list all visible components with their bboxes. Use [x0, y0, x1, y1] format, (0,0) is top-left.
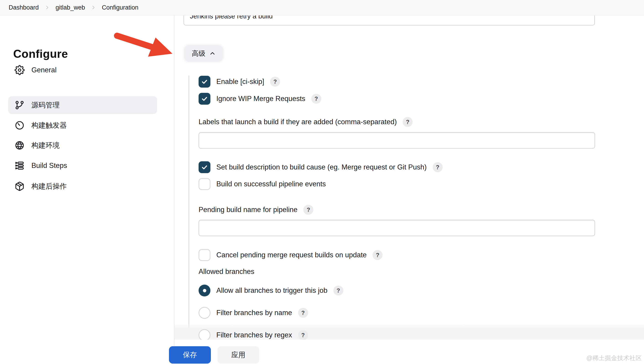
breadcrumb-bar: Dashboard gitlab_web Configuration [0, 0, 644, 16]
chevron-up-icon [209, 50, 215, 56]
sidebar-item-label: 构建触发器 [32, 120, 67, 130]
labels-field-label-row: Labels that launch a build if they are a… [199, 116, 413, 128]
help-icon[interactable]: ? [373, 250, 383, 260]
filter-branches-by-name-radio[interactable] [199, 307, 210, 319]
filter-branches-by-regex-radio[interactable] [199, 329, 210, 341]
check-icon [201, 95, 208, 102]
watermark-text: @稀土掘金技术社区 [586, 354, 642, 362]
field-label: Labels that launch a build if they are a… [199, 118, 397, 126]
package-icon [15, 181, 25, 191]
globe-icon [15, 140, 25, 150]
radio-label: Allow all branches to trigger this job [216, 286, 328, 294]
sidebar-item-general[interactable]: General [8, 61, 157, 79]
breadcrumb-job[interactable]: gitlab_web [56, 4, 85, 11]
help-icon[interactable]: ? [311, 94, 321, 104]
cancel-pending-builds-row: Cancel pending merge request builds on u… [199, 249, 383, 262]
cancel-pending-builds-checkbox[interactable] [199, 249, 210, 261]
checkbox-label: Set build description to build cause (eg… [216, 163, 427, 171]
sidebar-item-post-build-actions[interactable]: 构建后操作 [8, 178, 157, 195]
checkbox-label: Ignore WIP Merge Requests [216, 95, 305, 103]
section-label: Allowed branches [199, 268, 254, 276]
gear-icon [15, 65, 25, 75]
checkbox-label: Enable [ci-skip] [216, 78, 264, 86]
sidebar-item-label: General [32, 66, 57, 74]
labels-input[interactable] [199, 132, 595, 148]
allow-all-branches-row: Allow all branches to trigger this job ? [199, 284, 344, 297]
breadcrumb-configuration[interactable]: Configuration [102, 4, 138, 11]
sidebar-item-label: 构建环境 [32, 140, 60, 150]
radio-label: Filter branches by regex [216, 331, 292, 339]
configure-sidebar: Configure General 源码管理 构建触发器 构建环境 [0, 15, 174, 364]
help-icon[interactable]: ? [298, 308, 308, 318]
help-icon[interactable]: ? [303, 205, 313, 215]
sidebar-item-label: 源码管理 [32, 100, 60, 110]
breadcrumb-dashboard[interactable]: Dashboard [9, 4, 39, 11]
pending-build-name-input[interactable] [199, 220, 595, 236]
sidebar-item-build-triggers[interactable]: 构建触发器 [8, 116, 157, 134]
chevron-right-icon [91, 5, 96, 10]
git-branch-icon [15, 100, 25, 110]
breadcrumb: Dashboard gitlab_web Configuration [0, 4, 138, 11]
allow-all-branches-radio[interactable] [199, 284, 210, 296]
build-on-pipeline-checkbox[interactable] [199, 178, 210, 190]
apply-button[interactable]: 应用 [217, 346, 259, 364]
field-label: Pending build name for pipeline [199, 206, 297, 214]
build-steps-icon [15, 160, 25, 170]
chevron-right-icon [45, 5, 50, 10]
sidebar-item-label: Build Steps [32, 162, 67, 170]
sidebar-content-divider [174, 15, 174, 364]
sidebar-item-build-environment[interactable]: 构建环境 [8, 136, 157, 154]
radio-dot [203, 289, 206, 292]
help-icon[interactable]: ? [433, 162, 443, 172]
advanced-button[interactable]: 高级 [184, 45, 223, 62]
help-icon[interactable]: ? [334, 286, 344, 296]
checkbox-label: Build on successful pipeline events [216, 180, 326, 188]
jenkins-configure-page: Dashboard gitlab_web Configuration Confi… [0, 0, 644, 364]
help-icon[interactable]: ? [403, 117, 413, 127]
pending-build-name-label-row: Pending build name for pipeline ? [199, 204, 313, 216]
allowed-branches-label-row: Allowed branches [199, 265, 254, 278]
enable-ci-skip-checkbox[interactable] [199, 76, 210, 88]
build-on-pipeline-row: Build on successful pipeline events [199, 178, 326, 190]
save-button[interactable]: 保存 [169, 346, 211, 364]
help-icon[interactable]: ? [298, 330, 308, 340]
page-title: Configure [13, 47, 68, 60]
clock-icon [15, 120, 25, 130]
advanced-section-indent-line [189, 76, 189, 339]
enable-ci-skip-row: Enable [ci-skip] ? [199, 75, 280, 88]
sidebar-item-label: 构建后操作 [32, 182, 67, 191]
filter-branches-by-name-row: Filter branches by name ? [199, 306, 308, 319]
sidebar-item-build-steps[interactable]: Build Steps [8, 157, 157, 174]
ignore-wip-row: Ignore WIP Merge Requests ? [199, 92, 321, 105]
radio-label: Filter branches by name [216, 309, 292, 317]
sidebar-item-source-code-management[interactable]: 源码管理 [8, 96, 157, 114]
set-build-description-row: Set build description to build cause (eg… [199, 161, 443, 174]
check-icon [201, 163, 208, 171]
checkbox-label: Cancel pending merge request builds on u… [216, 251, 367, 259]
ignore-wip-checkbox[interactable] [199, 93, 210, 105]
help-icon[interactable]: ? [270, 77, 280, 87]
check-icon [201, 78, 208, 86]
advanced-button-label: 高级 [192, 49, 205, 58]
set-build-description-checkbox[interactable] [199, 161, 210, 173]
